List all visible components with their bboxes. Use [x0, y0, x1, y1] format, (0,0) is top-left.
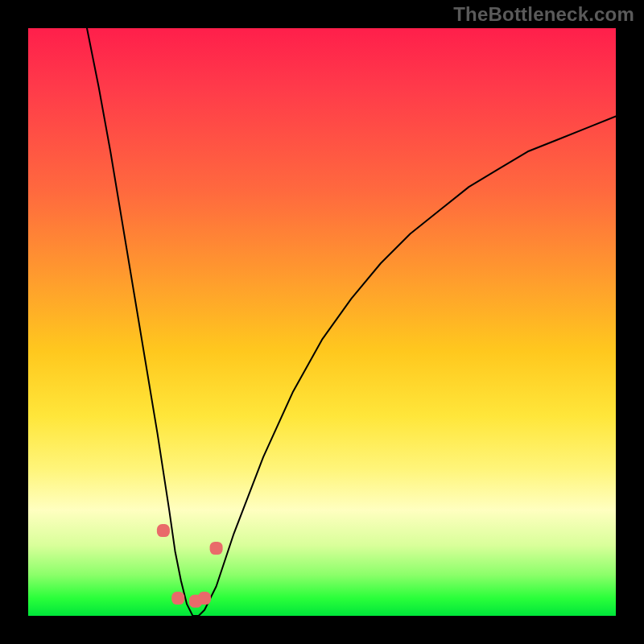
curve-marker: [210, 542, 223, 555]
curve-marker: [157, 524, 170, 537]
curve-marker: [171, 592, 184, 605]
watermark-text: TheBottleneck.com: [453, 3, 634, 26]
curve-marker: [198, 592, 211, 605]
plot-area: [28, 28, 616, 616]
curve-svg: [28, 28, 616, 616]
chart-frame: TheBottleneck.com: [0, 0, 644, 644]
